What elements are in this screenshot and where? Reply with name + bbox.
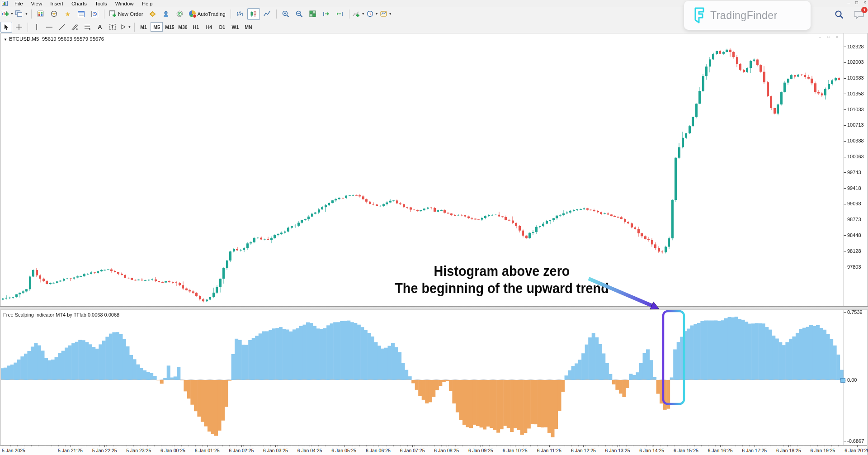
time-axis-minor-tick <box>633 446 633 446</box>
zoom-out-button[interactable] <box>293 8 306 20</box>
time-axis-minor-tick <box>565 446 565 446</box>
indicators-button[interactable]: ▼ <box>352 8 365 20</box>
new-order-label: New Order <box>118 11 143 17</box>
metaeditor-button[interactable] <box>146 8 159 20</box>
candlestick-mode-button[interactable] <box>247 8 260 20</box>
mql5-community-button[interactable] <box>160 8 172 20</box>
window-controls: – □ × <box>848 0 866 5</box>
profiles-button[interactable]: ▼ <box>15 8 28 20</box>
chevron-down-icon: ▼ <box>375 12 378 15</box>
price-axis-label: 99418 <box>847 185 861 191</box>
text-tool-button[interactable]: A <box>94 22 106 33</box>
autotrading-button[interactable]: AutoTrading <box>187 8 227 20</box>
terminal-button[interactable] <box>89 8 101 20</box>
price-axis-tick <box>844 157 846 157</box>
market-watch-icon <box>37 10 44 17</box>
cursor-tool-button[interactable] <box>0 22 12 33</box>
time-axis-tick <box>618 446 618 447</box>
timeframe-button-m5[interactable]: M5 <box>151 22 163 32</box>
new-chart-button[interactable]: ▼ <box>0 8 14 20</box>
timeframe-button-h4[interactable]: H4 <box>203 22 215 32</box>
time-axis-minor-tick <box>831 446 832 446</box>
new-order-button[interactable]: New Order <box>107 8 146 20</box>
auto-scroll-button[interactable] <box>320 8 333 20</box>
toolbar-separator <box>231 9 231 19</box>
favorites-button[interactable]: ★ <box>61 8 74 20</box>
time-axis-label: 6 Jan 03:25 <box>263 448 288 453</box>
trendline-tool-button[interactable] <box>56 22 68 33</box>
chevron-down-icon: ▼ <box>25 12 28 15</box>
sounds-button[interactable] <box>173 8 186 20</box>
notifications-button[interactable]: 1 <box>854 10 864 21</box>
text-label-tool-button[interactable]: T <box>107 22 118 33</box>
menu-item-charts[interactable]: Charts <box>67 1 91 6</box>
time-axis-minor-tick <box>17 446 18 446</box>
data-window-button[interactable] <box>75 8 88 20</box>
time-axis-tick <box>412 446 413 447</box>
menu-item-tools[interactable]: Tools <box>91 1 111 6</box>
price-axis-label: 99098 <box>847 201 861 206</box>
fibonacci-tool-button[interactable]: F <box>81 22 93 33</box>
time-axis-minor-tick <box>154 446 155 446</box>
periods-icon <box>367 10 373 17</box>
tile-windows-button[interactable] <box>307 8 319 20</box>
line-chart-mode-button[interactable] <box>261 8 274 20</box>
restore-button[interactable]: □ <box>855 0 858 5</box>
navigator-button[interactable] <box>48 8 61 20</box>
panel-splitter[interactable] <box>0 306 868 310</box>
menu-items: FileViewInsertChartsToolsWindowHelp <box>10 1 156 6</box>
price-axis-divider[interactable] <box>844 33 844 445</box>
chart-window-controls[interactable]: – □ × <box>819 35 841 39</box>
crosshair-tool-button[interactable] <box>13 22 25 33</box>
tradingfinder-watermark: TradingFinder <box>684 1 811 30</box>
histogram-current-value-marker <box>840 378 845 383</box>
time-axis-minor-tick <box>694 446 695 446</box>
time-axis-label: 5 Jan 23:25 <box>126 448 151 453</box>
minimize-button[interactable]: – <box>848 0 850 5</box>
close-button[interactable]: × <box>863 0 866 5</box>
channel-tool-button[interactable]: E <box>69 22 80 33</box>
timeframe-button-d1[interactable]: D1 <box>216 22 228 32</box>
chart-shift-button[interactable] <box>334 8 346 20</box>
time-axis-minor-tick <box>325 446 326 446</box>
menu-item-window[interactable]: Window <box>111 1 138 6</box>
horizontal-line-tool-button[interactable] <box>43 22 55 33</box>
time-axis-minor-tick <box>838 446 839 446</box>
zoom-in-button[interactable] <box>279 8 292 20</box>
text-tool-label: A <box>98 24 102 30</box>
arrows-tool-button[interactable]: ▼ <box>119 22 132 33</box>
templates-icon <box>380 10 387 17</box>
time-axis-minor-tick <box>428 446 428 446</box>
timeframe-button-m30[interactable]: M30 <box>177 22 189 32</box>
periods-button[interactable]: ▼ <box>366 8 379 20</box>
candlestick-icon <box>250 10 257 17</box>
time-axis-minor-tick <box>790 446 791 446</box>
market-watch-button[interactable] <box>34 8 47 20</box>
menu-item-help[interactable]: Help <box>138 1 157 6</box>
vertical-line-tool-button[interactable] <box>31 22 42 33</box>
menu-item-file[interactable]: File <box>10 1 27 6</box>
time-axis-label: 6 Jan 18:25 <box>776 448 801 453</box>
profiles-icon <box>15 10 23 17</box>
timeframe-button-h1[interactable]: H1 <box>190 22 202 32</box>
time-axis[interactable]: 5 Jan 20255 Jan 21:255 Jan 22:255 Jan 23… <box>0 445 867 455</box>
timeframe-button-w1[interactable]: W1 <box>229 22 241 32</box>
templates-button[interactable]: ▼ <box>380 8 392 20</box>
menu-item-view[interactable]: View <box>27 1 47 6</box>
menu-item-insert[interactable]: Insert <box>46 1 67 6</box>
price-axis-tick <box>844 172 846 173</box>
timeframe-button-m1[interactable]: M1 <box>137 22 150 32</box>
site-icons: 1 <box>835 10 864 21</box>
search-icon[interactable] <box>835 10 844 19</box>
mt4-application-window: FileViewInsertChartsToolsWindowHelp – □ … <box>0 0 868 455</box>
timeframe-button-mn[interactable]: MN <box>242 22 255 32</box>
time-axis-minor-tick <box>510 446 510 446</box>
price-axis-tick <box>844 251 846 251</box>
time-axis-label: 6 Jan 16:25 <box>708 448 733 453</box>
histogram-canvas[interactable] <box>1 310 844 445</box>
bar-chart-mode-button[interactable] <box>234 8 246 20</box>
time-axis-minor-tick <box>113 446 113 446</box>
time-axis-minor-tick <box>736 446 736 446</box>
collapse-icon[interactable]: ▼ <box>4 38 7 42</box>
timeframe-button-m15[interactable]: M15 <box>164 22 176 32</box>
